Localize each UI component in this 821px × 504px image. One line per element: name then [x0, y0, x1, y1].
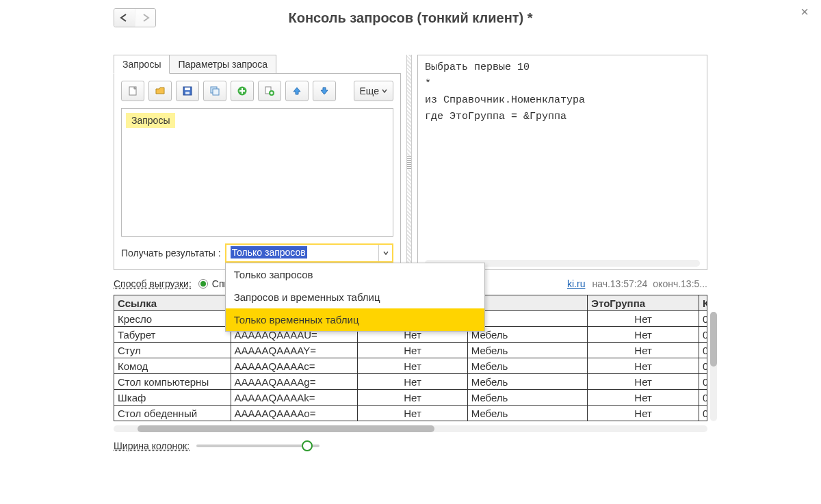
- table-cell[interactable]: Нет: [358, 343, 468, 358]
- table-cell[interactable]: Нет: [588, 327, 699, 343]
- table-cell[interactable]: Нет: [588, 406, 699, 421]
- nav-buttons: [114, 8, 156, 27]
- table-cell[interactable]: Мебель: [467, 374, 588, 390]
- table-cell[interactable]: 0: [699, 390, 707, 406]
- new-file-icon[interactable]: [121, 81, 144, 101]
- table-row[interactable]: ШкафAAAAAQAAAAk=НетМебельНет0: [114, 390, 707, 406]
- combo-option[interactable]: Только временных таблиц: [226, 308, 484, 331]
- combo-dropdown-list: Только запросов Запросов и временных таб…: [225, 263, 485, 332]
- open-folder-icon[interactable]: [148, 81, 172, 101]
- time-end: оконч.13:5...: [653, 278, 707, 289]
- result-mode-label: Получать результаты :: [121, 248, 221, 258]
- combo-option[interactable]: Только запросов: [226, 263, 484, 286]
- table-cell[interactable]: Стол компьютерны: [114, 374, 231, 390]
- result-mode-selected: Только запросов: [231, 246, 307, 258]
- svg-rect-5: [213, 89, 219, 95]
- tab-parameters[interactable]: Параметры запроса: [169, 55, 276, 74]
- table-cell[interactable]: Нет: [588, 311, 699, 327]
- save-icon[interactable]: [176, 81, 199, 101]
- col-header[interactable]: К: [699, 295, 707, 311]
- chevron-down-icon: [382, 88, 387, 94]
- add-icon[interactable]: [231, 81, 254, 101]
- table-cell[interactable]: Мебель: [467, 358, 588, 374]
- time-start: нач.13:57:24: [592, 278, 647, 289]
- add-child-icon[interactable]: [258, 81, 281, 101]
- col-header[interactable]: Ссылка: [114, 295, 231, 311]
- table-vertical-scrollbar[interactable]: [710, 312, 717, 421]
- svg-rect-2: [185, 88, 190, 90]
- table-cell[interactable]: 0: [699, 343, 707, 358]
- table-cell[interactable]: Кресло: [114, 311, 231, 327]
- queries-tree[interactable]: Запросы: [121, 108, 393, 237]
- table-cell[interactable]: Нет: [358, 374, 468, 390]
- copy-icon[interactable]: [203, 81, 226, 101]
- vertical-splitter[interactable]: [406, 55, 412, 270]
- table-cell[interactable]: Мебель: [467, 390, 588, 406]
- table-cell[interactable]: Мебель: [467, 406, 588, 421]
- table-cell[interactable]: AAAAAQAAAAk=: [231, 390, 358, 406]
- export-mode-label: Способ выгрузки:: [114, 278, 192, 289]
- combo-option[interactable]: Запросов и временных таблиц: [226, 286, 484, 308]
- table-cell[interactable]: 0: [699, 327, 707, 343]
- table-row[interactable]: КомодAAAAAQAAAAc=НетМебельНет0: [114, 358, 707, 374]
- table-cell[interactable]: 0: [699, 374, 707, 390]
- table-row[interactable]: СтулAAAAAQAAAAY=НетМебельНет0: [114, 343, 707, 358]
- slider-thumb[interactable]: [302, 440, 313, 451]
- column-width-slider[interactable]: [196, 445, 320, 447]
- window-title: Консоль запросов (тонкий клиент) *: [114, 10, 707, 26]
- table-cell[interactable]: AAAAAQAAAAY=: [231, 343, 358, 358]
- table-cell[interactable]: Табурет: [114, 327, 231, 343]
- table-horizontal-scrollbar[interactable]: [114, 425, 707, 432]
- query-code-text: Выбрать первые 10 * из Справочник.Номенк…: [425, 62, 585, 122]
- table-cell[interactable]: AAAAAQAAAAg=: [231, 374, 358, 390]
- tree-root-item[interactable]: Запросы: [126, 113, 175, 128]
- table-cell[interactable]: Нет: [358, 406, 468, 421]
- close-button[interactable]: ×: [798, 4, 811, 20]
- nav-forward-button[interactable]: [135, 9, 155, 27]
- table-cell[interactable]: Мебель: [467, 327, 588, 343]
- table-cell[interactable]: Нет: [588, 358, 699, 374]
- table-cell[interactable]: 0: [699, 358, 707, 374]
- table-cell[interactable]: AAAAAQAAAAc=: [231, 358, 358, 374]
- col-header[interactable]: [467, 295, 588, 311]
- table-cell[interactable]: [467, 311, 588, 327]
- column-width-label: Ширина колонок:: [114, 440, 190, 451]
- nav-back-button[interactable]: [114, 9, 135, 27]
- result-mode-combo[interactable]: Только запросов Только запросов Запросов…: [225, 243, 393, 263]
- query-code-editor[interactable]: Выбрать первые 10 * из Справочник.Номенк…: [417, 55, 707, 270]
- table-row[interactable]: Стол обеденныйAAAAAQAAAAo=НетМебельНет0: [114, 406, 707, 421]
- table-cell[interactable]: Шкаф: [114, 390, 231, 406]
- table-row[interactable]: Стол компьютерныAAAAAQAAAAg=НетМебельНет…: [114, 374, 707, 390]
- svg-rect-3: [185, 92, 190, 94]
- combo-dropdown-button[interactable]: [378, 245, 392, 261]
- tab-queries[interactable]: Запросы: [114, 55, 170, 74]
- col-header[interactable]: ЭтоГруппа: [588, 295, 699, 311]
- table-cell[interactable]: AAAAAQAAAAo=: [231, 406, 358, 421]
- table-cell[interactable]: Комод: [114, 358, 231, 374]
- move-up-icon[interactable]: [285, 81, 309, 101]
- export-radio-list[interactable]: [198, 279, 208, 289]
- table-cell[interactable]: 0: [699, 406, 707, 421]
- table-cell[interactable]: Нет: [588, 343, 699, 358]
- more-button[interactable]: Еще: [354, 81, 394, 101]
- table-cell[interactable]: Нет: [588, 390, 699, 406]
- table-cell[interactable]: Нет: [358, 358, 468, 374]
- table-cell[interactable]: Нет: [588, 374, 699, 390]
- move-down-icon[interactable]: [313, 81, 336, 101]
- more-button-label: Еще: [360, 85, 380, 96]
- table-cell[interactable]: 0: [699, 311, 707, 327]
- site-link[interactable]: ki.ru: [567, 278, 585, 289]
- chevron-down-icon: [383, 250, 389, 256]
- table-cell[interactable]: Мебель: [467, 343, 588, 358]
- table-cell[interactable]: Нет: [358, 390, 468, 406]
- table-cell[interactable]: Стул: [114, 343, 231, 358]
- table-cell[interactable]: Стол обеденный: [114, 406, 231, 421]
